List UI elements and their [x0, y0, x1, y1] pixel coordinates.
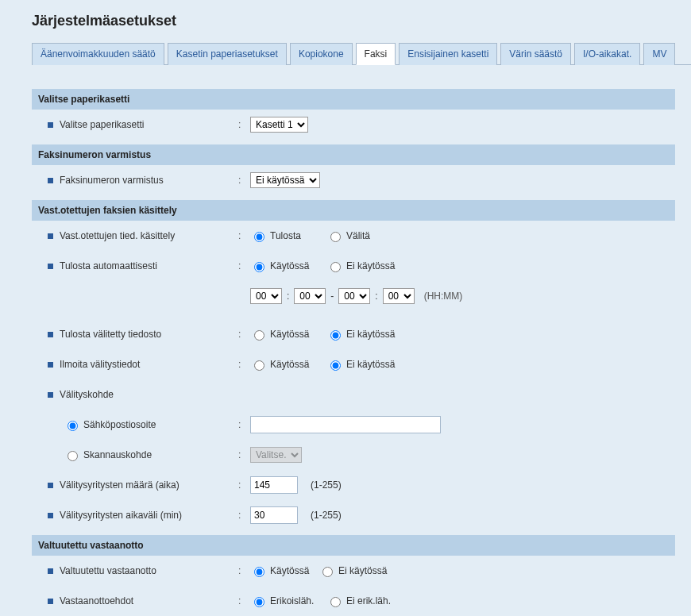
handling-opt-print: Tulosta	[270, 230, 301, 241]
time-m2-dropdown[interactable]: 00	[383, 288, 415, 304]
colon: :	[238, 449, 250, 460]
retry-count-label: Välitysyritysten määrä (aika)	[60, 479, 180, 491]
handling-opt-forward: Välitä	[346, 230, 370, 241]
auth-rx-label: Valtuutettu vastaanotto	[60, 565, 156, 576]
print-fwd-radio-off[interactable]	[330, 330, 341, 341]
report-fwd-off: Ei käytössä	[346, 359, 395, 370]
print-fwd-radio-on[interactable]	[254, 330, 264, 341]
rx-cond-label: Vastaanottoehdot	[60, 595, 133, 606]
bullet-icon	[48, 122, 53, 128]
fwd-dest-radio-email[interactable]	[68, 421, 78, 431]
report-fwd-on: Käytössä	[270, 359, 309, 370]
tab-volume[interactable]: Äänenvoimakkuuden säätö	[32, 43, 164, 65]
colon: :	[238, 329, 250, 340]
bullet-icon	[48, 392, 53, 398]
tab-primary-cassette[interactable]: Ensisijainen kasetti	[399, 43, 497, 65]
handling-label: Vast.otettujen tied. käsittely	[60, 230, 175, 241]
rx-cond-notspecial: Ei erik.läh.	[346, 595, 391, 606]
scan-dest-dropdown: Valitse.	[250, 447, 302, 463]
retry-interval-label: Välitysyritysten aikaväli (min)	[60, 510, 182, 521]
tab-toner-save[interactable]: Värin säästö	[500, 43, 571, 65]
tab-fax[interactable]: Faksi	[356, 43, 396, 65]
colon: :	[238, 419, 250, 430]
section-select-cassette-header: Valitse paperikasetti	[32, 89, 675, 110]
page-title: Järjestelmäasetukset	[32, 13, 691, 29]
fwd-dest-label: Välityskohde	[60, 389, 114, 400]
select-cassette-label: Valitse paperikasetti	[60, 119, 145, 130]
email-label: Sähköpostiosoite	[83, 419, 156, 430]
report-fwd-label: Ilmoita välitystiedot	[60, 359, 140, 370]
colon: :	[238, 175, 250, 186]
scan-label: Skannauskohde	[83, 449, 152, 460]
tab-cassette[interactable]: Kasetin paperiasetukset	[168, 43, 287, 65]
bullet-icon	[48, 233, 53, 239]
rx-cond-radio-special[interactable]	[254, 597, 264, 607]
retry-interval-range: (1-255)	[311, 510, 342, 521]
time-m1-dropdown[interactable]: 00	[294, 288, 326, 304]
time-suffix: (HH:MM)	[424, 291, 463, 302]
report-fwd-radio-on[interactable]	[254, 360, 264, 371]
auto-print-off: Ei käytössä	[346, 260, 395, 271]
colon: :	[238, 260, 250, 271]
tabs-bar: Äänenvoimakkuuden säätö Kasetin paperias…	[32, 42, 691, 65]
bullet-icon	[48, 568, 53, 574]
time-dash: -	[330, 291, 334, 302]
auto-print-radio-on[interactable]	[254, 262, 264, 272]
bullet-icon	[48, 178, 53, 183]
retry-count-range: (1-255)	[311, 479, 342, 491]
handling-radio-forward[interactable]	[330, 232, 341, 242]
report-fwd-radio-off[interactable]	[330, 360, 341, 371]
colon: :	[238, 595, 250, 606]
colon: :	[238, 510, 250, 521]
auth-rx-radio-off[interactable]	[322, 567, 333, 577]
retry-interval-input[interactable]	[250, 506, 298, 524]
colon: :	[238, 230, 250, 241]
auth-rx-on: Käytössä	[270, 565, 309, 576]
fax-confirm-label: Faksinumeron varmistus	[60, 175, 164, 186]
email-input[interactable]	[250, 416, 441, 433]
bullet-icon	[48, 362, 53, 368]
auth-rx-radio-on[interactable]	[254, 567, 264, 577]
rx-cond-special: Erikoisläh.	[270, 595, 314, 606]
time-sep: :	[287, 291, 289, 302]
time-h2-dropdown[interactable]: 00	[338, 288, 370, 304]
fax-confirm-dropdown[interactable]: Ei käytössä	[250, 172, 320, 188]
print-fwd-off: Ei käytössä	[346, 329, 395, 340]
colon: :	[238, 119, 250, 130]
retry-count-input[interactable]	[250, 476, 298, 494]
section-fax-confirm-header: Faksinumeron varmistus	[32, 144, 675, 165]
handling-radio-print[interactable]	[254, 232, 264, 242]
colon: :	[238, 359, 250, 370]
time-h1-dropdown[interactable]: 00	[250, 288, 282, 304]
bullet-icon	[48, 332, 53, 337]
rx-cond-radio-notspecial[interactable]	[330, 597, 341, 607]
colon: :	[238, 479, 250, 491]
bullet-icon	[48, 599, 53, 604]
auth-rx-off: Ei käytössä	[338, 565, 387, 576]
fwd-dest-radio-scan[interactable]	[68, 451, 78, 461]
print-fwd-label: Tulosta välitetty tiedosto	[60, 329, 161, 340]
tab-mv[interactable]: MV	[643, 43, 675, 65]
auto-print-on: Käytössä	[270, 260, 309, 271]
select-cassette-dropdown[interactable]: Kasetti 1	[250, 117, 308, 133]
auto-print-label: Tulosta automaattisesti	[60, 260, 157, 271]
section-received-header: Vast.otettujen faksien käsittely	[32, 200, 675, 221]
bullet-icon	[48, 483, 53, 488]
bullet-icon	[48, 264, 53, 269]
tab-copier[interactable]: Kopiokone	[290, 43, 353, 65]
section-auth-rx-header: Valtuutettu vastaanotto	[32, 535, 675, 556]
bullet-icon	[48, 513, 53, 518]
time-sep: :	[375, 291, 377, 302]
colon: :	[238, 565, 250, 576]
auto-print-radio-off[interactable]	[330, 262, 341, 272]
tab-io-timeout[interactable]: I/O-aikakat.	[574, 43, 640, 65]
print-fwd-on: Käytössä	[270, 329, 309, 340]
